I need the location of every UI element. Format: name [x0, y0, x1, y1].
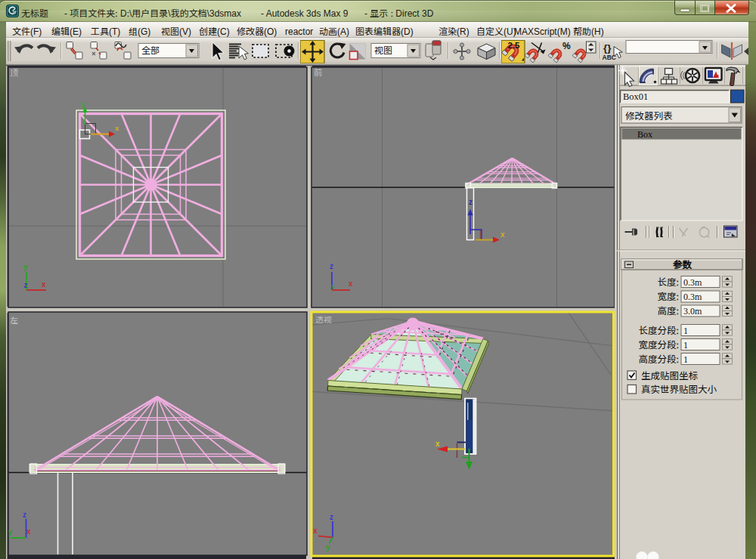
svg-text:高度分段:: 高度分段:: [639, 351, 679, 366]
svg-text:视图: 视图: [374, 43, 392, 56]
svg-text:宽度:: 宽度:: [658, 289, 679, 303]
svg-text:1: 1: [683, 354, 688, 365]
svg-text:z: z: [330, 260, 333, 271]
svg-text:全部: 全部: [141, 43, 160, 56]
svg-text:y: y: [82, 99, 85, 109]
svg-text:z: z: [330, 511, 333, 522]
svg-text:生成贴图坐标: 生成贴图坐标: [641, 368, 698, 382]
svg-text:x: x: [500, 228, 505, 239]
svg-text:y: y: [23, 261, 28, 272]
svg-text:{}: {}: [603, 42, 612, 54]
svg-text:透视: 透视: [315, 313, 332, 325]
svg-text:z: z: [23, 508, 26, 520]
svg-text:x: x: [313, 524, 318, 536]
svg-text:Box01: Box01: [623, 91, 648, 102]
svg-text:x: x: [42, 278, 46, 289]
svg-text:x: x: [115, 122, 119, 133]
svg-text:0.3m: 0.3m: [683, 292, 702, 302]
svg-text:x: x: [349, 277, 353, 289]
svg-text:x: x: [26, 525, 31, 536]
svg-text:长度:: 长度:: [658, 274, 679, 289]
svg-text:真实世界贴图大小: 真实世界贴图大小: [641, 381, 717, 396]
svg-text:3.0m: 3.0m: [683, 306, 702, 317]
svg-text:参数: 参数: [673, 257, 692, 271]
svg-text:左: 左: [10, 313, 18, 326]
svg-text:前: 前: [314, 66, 322, 78]
svg-text:修改器列表: 修改器列表: [625, 108, 673, 122]
svg-text:顶: 顶: [10, 66, 18, 78]
svg-text:高度:: 高度:: [658, 303, 679, 317]
svg-text:z: z: [24, 279, 28, 290]
svg-text:1: 1: [683, 326, 688, 336]
svg-text:y: y: [331, 281, 335, 291]
svg-text:0.3m: 0.3m: [683, 277, 702, 288]
svg-text:2.5: 2.5: [508, 41, 521, 50]
svg-text:y: y: [326, 541, 330, 552]
svg-text:1: 1: [683, 340, 688, 351]
svg-text:z: z: [469, 196, 472, 207]
svg-text:长度分段:: 长度分段:: [639, 323, 679, 337]
svg-text:%: %: [562, 41, 571, 51]
svg-text:宽度分段:: 宽度分段:: [639, 337, 679, 351]
svg-text:x: x: [435, 437, 440, 449]
svg-text:Box: Box: [637, 129, 652, 140]
